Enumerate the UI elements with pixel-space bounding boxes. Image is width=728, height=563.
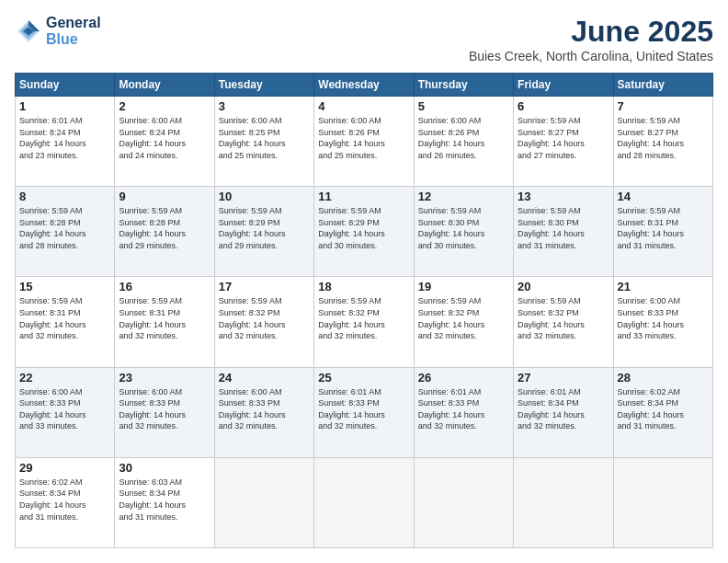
calendar-cell: 6Sunrise: 5:59 AM Sunset: 8:27 PM Daylig… <box>514 97 613 187</box>
calendar-day-header: Tuesday <box>214 74 313 97</box>
day-number: 21 <box>618 280 709 293</box>
day-number: 1 <box>19 99 110 113</box>
day-number: 27 <box>518 371 609 385</box>
day-number: 3 <box>219 99 310 113</box>
calendar-cell: 26Sunrise: 6:01 AM Sunset: 8:33 PM Dayli… <box>414 367 513 457</box>
calendar-day-header: Saturday <box>613 74 712 97</box>
day-number: 8 <box>19 190 110 203</box>
day-number: 14 <box>618 190 709 203</box>
calendar-week-row: 8Sunrise: 5:59 AM Sunset: 8:28 PM Daylig… <box>16 187 713 277</box>
cell-info: Sunrise: 5:59 AM Sunset: 8:30 PM Dayligh… <box>518 205 609 251</box>
calendar-day-header: Monday <box>115 74 214 97</box>
cell-info: Sunrise: 6:00 AM Sunset: 8:33 PM Dayligh… <box>618 295 709 341</box>
cell-info: Sunrise: 5:59 AM Sunset: 8:28 PM Dayligh… <box>119 205 210 251</box>
calendar-cell: 30Sunrise: 6:03 AM Sunset: 8:34 PM Dayli… <box>115 457 214 547</box>
calendar-cell: 17Sunrise: 5:59 AM Sunset: 8:32 PM Dayli… <box>214 277 313 367</box>
calendar-cell: 25Sunrise: 6:01 AM Sunset: 8:33 PM Dayli… <box>314 367 414 457</box>
logo-icon <box>15 17 42 45</box>
calendar-cell: 29Sunrise: 6:02 AM Sunset: 8:34 PM Dayli… <box>16 457 115 547</box>
day-number: 15 <box>19 280 110 293</box>
cell-info: Sunrise: 5:59 AM Sunset: 8:32 PM Dayligh… <box>219 295 310 341</box>
calendar-cell: 16Sunrise: 5:59 AM Sunset: 8:31 PM Dayli… <box>115 277 214 367</box>
cell-info: Sunrise: 6:00 AM Sunset: 8:24 PM Dayligh… <box>119 115 210 161</box>
calendar-cell: 23Sunrise: 6:00 AM Sunset: 8:33 PM Dayli… <box>115 367 214 457</box>
logo-text: General Blue <box>46 15 101 47</box>
calendar-day-header: Friday <box>514 74 613 97</box>
day-number: 30 <box>119 461 210 475</box>
calendar-day-header: Wednesday <box>314 74 414 97</box>
cell-info: Sunrise: 5:59 AM Sunset: 8:30 PM Dayligh… <box>418 205 509 251</box>
cell-info: Sunrise: 5:59 AM Sunset: 8:32 PM Dayligh… <box>518 295 609 341</box>
calendar-cell: 15Sunrise: 5:59 AM Sunset: 8:31 PM Dayli… <box>16 277 115 367</box>
day-number: 13 <box>518 190 609 203</box>
calendar-cell: 2Sunrise: 6:00 AM Sunset: 8:24 PM Daylig… <box>115 97 214 187</box>
cell-info: Sunrise: 6:00 AM Sunset: 8:33 PM Dayligh… <box>19 386 110 432</box>
cell-info: Sunrise: 5:59 AM Sunset: 8:29 PM Dayligh… <box>318 205 409 251</box>
calendar-header-row: SundayMondayTuesdayWednesdayThursdayFrid… <box>16 74 713 97</box>
calendar-cell <box>414 457 513 547</box>
cell-info: Sunrise: 5:59 AM Sunset: 8:27 PM Dayligh… <box>518 115 609 161</box>
calendar-week-row: 29Sunrise: 6:02 AM Sunset: 8:34 PM Dayli… <box>16 457 713 547</box>
cell-info: Sunrise: 6:02 AM Sunset: 8:34 PM Dayligh… <box>618 386 709 432</box>
calendar-cell: 8Sunrise: 5:59 AM Sunset: 8:28 PM Daylig… <box>16 187 115 277</box>
calendar-cell: 18Sunrise: 5:59 AM Sunset: 8:32 PM Dayli… <box>314 277 414 367</box>
page: General Blue June 2025 Buies Creek, Nort… <box>0 0 728 563</box>
month-title: June 2025 <box>469 15 713 49</box>
calendar-cell: 1Sunrise: 6:01 AM Sunset: 8:24 PM Daylig… <box>16 97 115 187</box>
calendar-day-header: Thursday <box>414 74 513 97</box>
cell-info: Sunrise: 6:00 AM Sunset: 8:26 PM Dayligh… <box>418 115 509 161</box>
day-number: 28 <box>618 371 709 385</box>
calendar-cell: 24Sunrise: 6:00 AM Sunset: 8:33 PM Dayli… <box>214 367 313 457</box>
location-title: Buies Creek, North Carolina, United Stat… <box>469 49 713 63</box>
day-number: 19 <box>418 280 509 293</box>
cell-info: Sunrise: 5:59 AM Sunset: 8:27 PM Dayligh… <box>618 115 709 161</box>
calendar-cell: 11Sunrise: 5:59 AM Sunset: 8:29 PM Dayli… <box>314 187 414 277</box>
calendar-cell: 14Sunrise: 5:59 AM Sunset: 8:31 PM Dayli… <box>613 187 712 277</box>
calendar-cell: 19Sunrise: 5:59 AM Sunset: 8:32 PM Dayli… <box>414 277 513 367</box>
calendar-cell <box>314 457 414 547</box>
calendar-week-row: 15Sunrise: 5:59 AM Sunset: 8:31 PM Dayli… <box>16 277 713 367</box>
cell-info: Sunrise: 6:03 AM Sunset: 8:34 PM Dayligh… <box>119 477 210 523</box>
cell-info: Sunrise: 5:59 AM Sunset: 8:31 PM Dayligh… <box>19 295 110 341</box>
day-number: 2 <box>119 99 210 113</box>
calendar-cell: 22Sunrise: 6:00 AM Sunset: 8:33 PM Dayli… <box>16 367 115 457</box>
calendar-cell: 4Sunrise: 6:00 AM Sunset: 8:26 PM Daylig… <box>314 97 414 187</box>
day-number: 22 <box>19 371 110 385</box>
day-number: 24 <box>219 371 310 385</box>
cell-info: Sunrise: 5:59 AM Sunset: 8:29 PM Dayligh… <box>219 205 310 251</box>
day-number: 16 <box>119 280 210 293</box>
day-number: 11 <box>318 190 409 203</box>
day-number: 9 <box>119 190 210 203</box>
day-number: 4 <box>318 99 409 113</box>
cell-info: Sunrise: 5:59 AM Sunset: 8:32 PM Dayligh… <box>418 295 509 341</box>
calendar-cell: 21Sunrise: 6:00 AM Sunset: 8:33 PM Dayli… <box>613 277 712 367</box>
cell-info: Sunrise: 5:59 AM Sunset: 8:31 PM Dayligh… <box>119 295 210 341</box>
day-number: 7 <box>618 99 709 113</box>
calendar-cell: 10Sunrise: 5:59 AM Sunset: 8:29 PM Dayli… <box>214 187 313 277</box>
cell-info: Sunrise: 6:01 AM Sunset: 8:33 PM Dayligh… <box>418 386 509 432</box>
cell-info: Sunrise: 6:00 AM Sunset: 8:33 PM Dayligh… <box>119 386 210 432</box>
cell-info: Sunrise: 5:59 AM Sunset: 8:32 PM Dayligh… <box>318 295 409 341</box>
logo: General Blue <box>15 15 101 47</box>
cell-info: Sunrise: 6:02 AM Sunset: 8:34 PM Dayligh… <box>19 477 110 523</box>
calendar-cell <box>613 457 712 547</box>
calendar-cell <box>514 457 613 547</box>
day-number: 26 <box>418 371 509 385</box>
calendar-cell: 13Sunrise: 5:59 AM Sunset: 8:30 PM Dayli… <box>514 187 613 277</box>
calendar-cell: 9Sunrise: 5:59 AM Sunset: 8:28 PM Daylig… <box>115 187 214 277</box>
calendar-cell: 7Sunrise: 5:59 AM Sunset: 8:27 PM Daylig… <box>613 97 712 187</box>
day-number: 23 <box>119 371 210 385</box>
header: General Blue June 2025 Buies Creek, Nort… <box>15 15 713 63</box>
calendar-week-row: 1Sunrise: 6:01 AM Sunset: 8:24 PM Daylig… <box>16 97 713 187</box>
calendar-cell: 28Sunrise: 6:02 AM Sunset: 8:34 PM Dayli… <box>613 367 712 457</box>
day-number: 6 <box>518 99 609 113</box>
calendar-table: SundayMondayTuesdayWednesdayThursdayFrid… <box>15 73 713 548</box>
calendar-cell: 3Sunrise: 6:00 AM Sunset: 8:25 PM Daylig… <box>214 97 313 187</box>
title-block: June 2025 Buies Creek, North Carolina, U… <box>469 15 713 63</box>
calendar-day-header: Sunday <box>16 74 115 97</box>
day-number: 10 <box>219 190 310 203</box>
calendar-cell: 20Sunrise: 5:59 AM Sunset: 8:32 PM Dayli… <box>514 277 613 367</box>
day-number: 17 <box>219 280 310 293</box>
day-number: 5 <box>418 99 509 113</box>
cell-info: Sunrise: 6:01 AM Sunset: 8:24 PM Dayligh… <box>19 115 110 161</box>
